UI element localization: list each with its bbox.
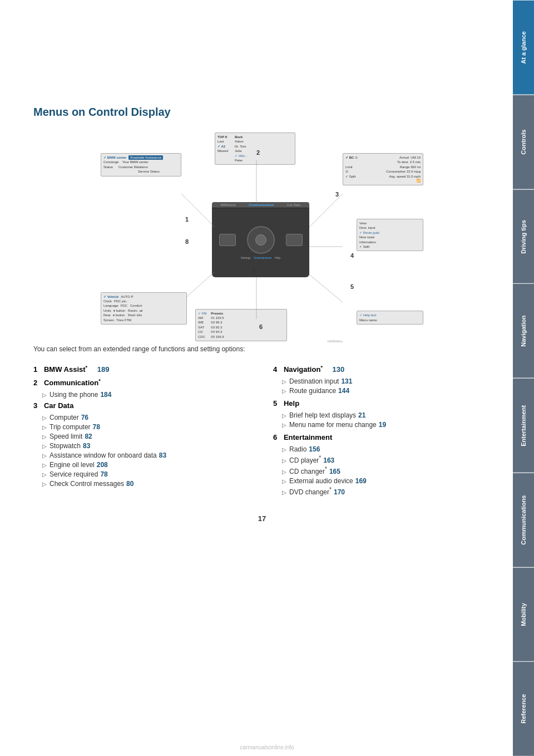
sidebar-tab-at-a-glance[interactable]: At a glance (513, 0, 534, 95)
label-1: 1 (185, 216, 189, 223)
sidebar-tab-reference[interactable]: Reference (513, 661, 534, 756)
svg-line-4 (309, 274, 343, 302)
panel-navigation: View Dest. input ✓ Route guid. New route… (357, 219, 423, 251)
arrow-icon: ▷ (282, 446, 286, 453)
label-2: 2 (256, 149, 260, 156)
sub-item-external-audio: ▷ External audio device 169 (282, 477, 491, 485)
label-5: 5 (350, 283, 354, 290)
svg-line-2 (309, 194, 343, 227)
panel-entertainment: ✓ FM AM WB SAT CD CDC Presets 01 103.5 0… (195, 309, 287, 341)
left-column: 1 BMW Assist* 189 2 Communication* ▷ Usi… (33, 364, 251, 498)
sub-item-route-guidance: ▷ Route guidance 144 (282, 387, 491, 395)
arrow-icon: ▷ (42, 453, 47, 459)
sidebar-tab-mobility[interactable]: Mobility (513, 567, 534, 662)
sub-item-engine-oil: ▷ Engine oil level 208 (42, 461, 251, 469)
panel-settings: ✓ Vehicle AUTO P ClockPDC pic. LanguageF… (101, 292, 187, 325)
sidebar-tab-controls[interactable]: Controls (513, 95, 534, 189)
sidebar-tab-communications[interactable]: Communications (513, 473, 534, 567)
sub-item-dvd-changer: ▷ DVD changer* 170 (282, 487, 491, 496)
content-columns: 1 BMW Assist* 189 2 Communication* ▷ Usi… (33, 364, 491, 498)
main-content: Menus on Control Display ✓ BMW center Ro… (0, 0, 513, 545)
arrow-icon: ▷ (282, 413, 286, 419)
arrow-icon: ▷ (282, 458, 286, 464)
section-item-5: 5 Help (273, 398, 491, 408)
sidebar-tab-entertainment[interactable]: Entertainment (513, 378, 534, 473)
svg-line-6 (187, 272, 215, 297)
sidebar-tab-navigation[interactable]: Navigation (513, 283, 534, 378)
sub-item-phone: ▷ Using the phone 184 (42, 391, 251, 399)
page-number: 17 (33, 514, 491, 523)
sub-item-speed-limit: ▷ Speed limit 82 (42, 433, 251, 440)
arrow-icon: ▷ (282, 469, 286, 475)
sub-item-radio: ▷ Radio 156 (282, 445, 491, 453)
arrow-icon: ▷ (42, 481, 47, 487)
section-item-4: 4 Navigation* 130 (273, 364, 491, 374)
sub-item-cd-changer: ▷ CD changer* 165 (282, 466, 491, 475)
panel-communication: TOP 8 Last ✓ A2 Missed Back Adam Dr. Tom… (215, 132, 295, 165)
section-item-1: 1 BMW Assist* 189 (33, 364, 251, 374)
arrow-icon: ▷ (42, 434, 47, 440)
sub-item-computer: ▷ Computer 76 (42, 414, 251, 421)
sub-item-stopwatch: ▷ Stopwatch 83 (42, 442, 251, 450)
diagram-area: ✓ BMW center Roadside Assistance Concier… (95, 130, 429, 344)
section-item-3: 3 Car Data (33, 400, 251, 410)
panel-bmw-assist: ✓ BMW center Roadside Assistance Concier… (101, 153, 181, 176)
panel-help: ✓ Help text Menu name (357, 311, 423, 325)
intro-text: You can select from an extended range of… (33, 344, 491, 354)
label-3: 3 (335, 191, 339, 198)
label-7: 7 (252, 267, 255, 273)
arrow-icon: ▷ (42, 424, 47, 430)
arrow-icon: ▷ (282, 489, 286, 495)
sidebar: At a glance Controls Driving tips Naviga… (513, 0, 534, 756)
sub-item-cd-player: ▷ CD player* 163 (282, 455, 491, 464)
page-title: Menus on Control Display (33, 106, 491, 119)
sub-item-check-control: ▷ Check Control messages 80 (42, 480, 251, 488)
sub-item-service-required: ▷ Service required 78 (42, 470, 251, 478)
panel-car-data: ✓ BC ⊙ Arrival UM 10 To dest. 2.5 mis Li… (343, 153, 423, 185)
arrow-icon: ▷ (282, 379, 286, 385)
arrow-icon: ▷ (282, 422, 286, 428)
section-item-6: 6 Entertainment (273, 432, 491, 442)
center-controller: MWAssist Communication Car Data Settings… (212, 202, 309, 277)
diagram-id: US06618ms (327, 340, 343, 343)
arrow-icon: ▷ (42, 472, 47, 478)
arrow-icon: ▷ (282, 388, 286, 394)
section-item-2: 2 Communication* (33, 377, 251, 387)
label-4: 4 (350, 252, 354, 259)
sidebar-tab-driving-tips[interactable]: Driving tips (513, 189, 534, 284)
sub-item-destination-input: ▷ Destination input 131 (282, 377, 491, 385)
arrow-icon: ▷ (42, 415, 47, 421)
arrow-icon: ▷ (282, 478, 286, 484)
right-column: 4 Navigation* 130 ▷ Destination input 13… (273, 364, 491, 498)
sub-item-brief-help: ▷ Brief help text displays 21 (282, 411, 491, 419)
sub-item-trip-computer: ▷ Trip computer 78 (42, 423, 251, 431)
label-6: 6 (259, 323, 263, 330)
text-content: You can select from an extended range of… (33, 344, 491, 523)
sub-item-assistance-window: ▷ Assistance window for onboard data 83 (42, 451, 251, 459)
sub-item-menu-name: ▷ Menu name for menu change 19 (282, 421, 491, 429)
watermark: carmanualsonline.info (240, 744, 294, 750)
label-8: 8 (185, 238, 189, 245)
arrow-icon: ▷ (42, 392, 47, 398)
arrow-icon: ▷ (42, 443, 47, 449)
arrow-icon: ▷ (42, 462, 47, 468)
